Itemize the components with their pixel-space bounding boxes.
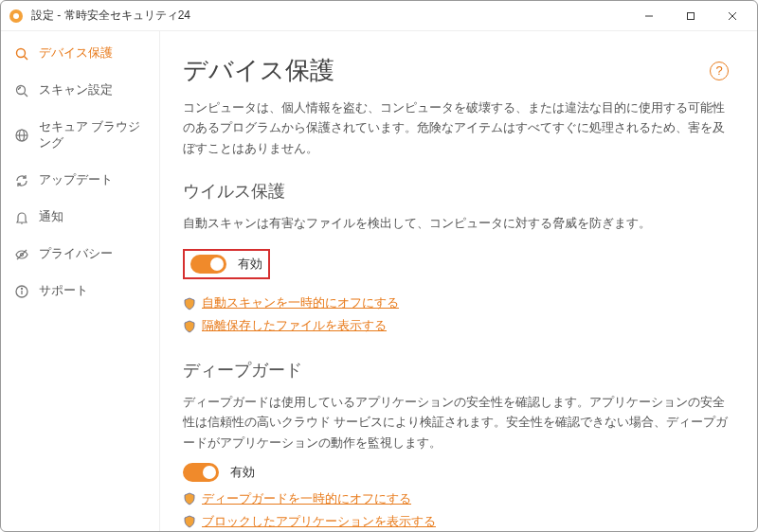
sidebar-item-notifications[interactable]: 通知 <box>1 199 159 236</box>
content-area: デバイス保護 ? コンピュータは、個人情報を盗む、コンピュータを破壊する、または… <box>160 31 757 531</box>
svg-point-6 <box>17 48 26 57</box>
sidebar-item-privacy[interactable]: プライバシー <box>1 236 159 273</box>
shield-icon <box>183 515 196 528</box>
page-intro: コンピュータは、個人情報を盗む、コンピュータを破壊する、または違法な目的に使用す… <box>183 98 729 159</box>
close-button[interactable] <box>712 3 753 29</box>
sidebar-item-device-protection[interactable]: デバイス保護 <box>1 35 159 72</box>
sidebar-item-support[interactable]: サポート <box>1 273 159 310</box>
svg-point-18 <box>22 288 23 289</box>
refresh-icon <box>14 173 29 188</box>
sidebar-item-label: デバイス保護 <box>39 45 113 62</box>
bell-icon <box>14 210 29 225</box>
magnifier-shield-icon <box>14 46 29 62</box>
eye-off-icon <box>14 247 29 262</box>
app-icon <box>9 9 24 24</box>
content-header: デバイス保護 ? <box>183 54 729 87</box>
virus-toggle-label: 有効 <box>238 256 262 273</box>
deepguard-toggle[interactable] <box>183 463 219 482</box>
sidebar-item-label: 通知 <box>39 209 63 225</box>
deepguard-link-row-1: ディープガードを一時的にオフにする <box>183 491 729 507</box>
titlebar: 設定 - 常時安全セキュリティ24 <box>1 1 757 31</box>
virus-link-row-1: 自動スキャンを一時的にオフにする <box>183 295 729 311</box>
sidebar-item-label: サポート <box>39 283 88 299</box>
body: デバイス保護 スキャン設定 セキュア ブラウジング アップデート <box>1 31 757 531</box>
sidebar-item-update[interactable]: アップデート <box>1 162 159 199</box>
sidebar-item-label: プライバシー <box>39 246 113 262</box>
virus-heading: ウイルス保護 <box>183 180 729 203</box>
info-icon <box>14 284 29 299</box>
link-show-quarantine[interactable]: 隔離保存したファイルを表示する <box>202 318 387 334</box>
link-disable-deepguard[interactable]: ディープガードを一時的にオフにする <box>202 491 411 507</box>
link-show-blocked-apps[interactable]: ブロックしたアプリケーションを表示する <box>202 514 436 530</box>
deepguard-link-row-2: ブロックしたアプリケーションを表示する <box>183 514 729 530</box>
shield-icon <box>183 492 196 505</box>
deepguard-toggle-label: 有効 <box>230 464 255 481</box>
virus-desc: 自動スキャンは有害なファイルを検出して、コンピュータに対する脅威を防ぎます。 <box>183 214 729 234</box>
sidebar-item-secure-browsing[interactable]: セキュア ブラウジング <box>1 109 159 162</box>
svg-rect-3 <box>688 12 695 19</box>
sidebar-item-label: スキャン設定 <box>39 82 113 98</box>
deepguard-desc: ディープガードは使用しているアプリケーションの安全性を確認します。アプリケーショ… <box>183 393 729 453</box>
globe-icon <box>14 128 29 143</box>
svg-line-7 <box>25 56 28 60</box>
link-disable-autoscan[interactable]: 自動スキャンを一時的にオフにする <box>202 295 399 311</box>
virus-toggle-row: 有効 <box>183 249 270 279</box>
page-title: デバイス保護 <box>183 54 334 87</box>
shield-icon <box>183 320 196 333</box>
shield-icon <box>183 297 196 310</box>
svg-point-1 <box>13 13 19 19</box>
help-icon[interactable]: ? <box>710 62 729 80</box>
scan-icon <box>14 83 29 98</box>
sidebar-item-label: アップデート <box>39 172 113 188</box>
sidebar: デバイス保護 スキャン設定 セキュア ブラウジング アップデート <box>1 31 160 531</box>
sidebar-item-scan-settings[interactable]: スキャン設定 <box>1 72 159 109</box>
deepguard-heading: ディープガード <box>183 359 729 381</box>
section-deepguard: ディープガード ディープガードは使用しているアプリケーションの安全性を確認します… <box>183 359 729 530</box>
section-virus-protection: ウイルス保護 自動スキャンは有害なファイルを検出して、コンピュータに対する脅威を… <box>183 180 729 334</box>
virus-link-row-2: 隔離保存したファイルを表示する <box>183 318 729 334</box>
window-title: 設定 - 常時安全セキュリティ24 <box>31 8 628 24</box>
svg-line-9 <box>25 93 28 97</box>
maximize-button[interactable] <box>670 3 712 29</box>
sidebar-item-label: セキュア ブラウジング <box>39 119 146 151</box>
window-controls <box>628 3 753 29</box>
deepguard-toggle-row: 有効 <box>183 463 729 482</box>
app-window: 設定 - 常時安全セキュリティ24 デバイス保護 <box>0 0 758 532</box>
virus-toggle[interactable] <box>190 255 226 274</box>
minimize-button[interactable] <box>628 3 670 29</box>
